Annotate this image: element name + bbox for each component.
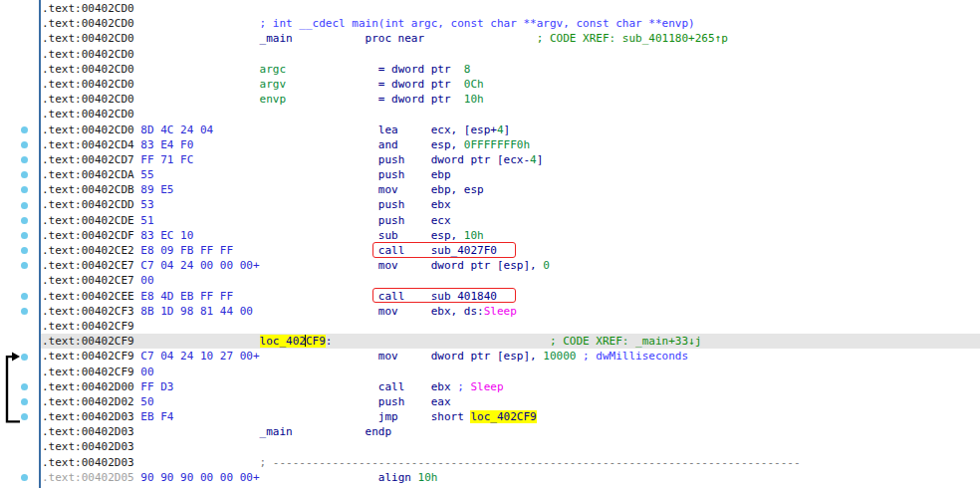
- jump-arrow: [0, 0, 41, 488]
- disassembly-listing[interactable]: .text:00402CD0.text:00402CD0 ; int __cde…: [41, 1, 980, 488]
- code-text: ; CODE XREF: sub_401180+265↑p: [424, 32, 728, 45]
- listing-line[interactable]: .text:00402D03: [41, 439, 980, 454]
- address-label: .text:00402CF9: [42, 366, 134, 378]
- code-text: and esp,: [193, 138, 464, 151]
- code-text: lea ecx, [esp+: [213, 123, 497, 136]
- highlighted-identifier: loc_402: [260, 335, 306, 348]
- listing-line[interactable]: .text:00402CF9: [41, 319, 980, 334]
- code-text: 50: [134, 395, 154, 408]
- code-text: ;: [457, 380, 470, 393]
- listing-line[interactable]: .text:00402CD0 _main proc near ; CODE XR…: [41, 31, 980, 46]
- code-text: 8B 1D 98 81 44 00: [134, 305, 253, 318]
- code-text: 10h: [464, 229, 484, 242]
- listing-line[interactable]: .text:00402CD0 argv = dword ptr 0Ch: [41, 77, 980, 92]
- listing-line[interactable]: .text:00402CE2 E8 09 FB FF FF call sub_4…: [41, 243, 980, 258]
- listing-line[interactable]: .text:00402CE7 00: [41, 273, 980, 288]
- code-text: sub esp,: [193, 229, 464, 242]
- listing-line[interactable]: .text:00402D03 EB F4 jmp short loc_402CF…: [41, 409, 980, 424]
- listing-line[interactable]: .text:00402CD0 ; int __cdecl main(int ar…: [41, 16, 980, 31]
- listing-line[interactable]: .text:00402CDD 53 push ebx: [41, 197, 980, 212]
- listing-line[interactable]: .text:00402CDF 83 EC 10 sub esp, 10h: [41, 228, 980, 243]
- address-label: .text:00402CD0: [42, 32, 134, 45]
- highlighted-identifier: loc_402CF9: [470, 410, 536, 423]
- code-text: = dword ptr: [286, 93, 464, 106]
- code-text: envp: [134, 93, 286, 106]
- code-text: 89 E5: [134, 183, 174, 196]
- jump-arrow-gutter: [0, 0, 41, 488]
- code-text: EB F4: [134, 410, 174, 423]
- code-text: push ecx: [154, 214, 451, 227]
- listing-line[interactable]: .text:00402CEE E8 4D EB FF FF call sub_4…: [41, 289, 980, 304]
- code-text: call sub_401840: [233, 290, 497, 303]
- code-text: Sleep: [484, 305, 517, 318]
- code-text: E8 09 FB FF FF: [134, 244, 233, 257]
- code-text: call ebx: [173, 380, 457, 393]
- listing-line[interactable]: .text:00402CD0 8D 4C 24 04 lea ecx, [esp…: [41, 122, 980, 137]
- address-label: .text:00402CF9: [42, 350, 134, 363]
- listing-line[interactable]: .text:00402CD4 83 E4 F0 and esp, 0FFFFFF…: [41, 137, 980, 152]
- address-label: .text:00402CDD: [42, 198, 134, 211]
- address-label: .text:00402CD0: [42, 17, 134, 30]
- address-label: .text:00402CDF: [42, 229, 134, 242]
- code-text: 90 90 90 00 00 00+: [134, 471, 260, 484]
- address-label: .text:00402CD4: [42, 138, 134, 151]
- listing-line[interactable]: .text:00402CD0 argc = dword ptr 8: [41, 62, 980, 77]
- code-text: jmp short: [173, 410, 470, 423]
- address-label: .text:00402CDA: [42, 168, 134, 181]
- code-text: mov ebp, esp: [173, 183, 483, 196]
- address-label: .text:00402D05: [42, 471, 134, 484]
- listing-line[interactable]: .text:00402CDB 89 E5 mov ebp, esp: [41, 182, 980, 197]
- listing-line[interactable]: .text:00402CD0: [41, 1, 980, 16]
- code-text: 0FFFFFFF0h: [464, 138, 530, 151]
- code-text: ; dwMilliseconds: [576, 350, 688, 363]
- listing-line[interactable]: .text:00402D03 _main endp: [41, 424, 980, 439]
- code-text: C7 04 24 00 00 00+: [134, 259, 260, 272]
- address-label: .text:00402D03: [42, 425, 134, 438]
- code-text: = dword ptr: [286, 78, 464, 91]
- code-text: 10h: [464, 93, 484, 106]
- code-text: C7 04 24 10 27 00+: [134, 350, 260, 363]
- address-label: .text:00402CD0: [42, 123, 134, 136]
- code-text: align: [260, 471, 418, 484]
- listing-line[interactable]: .text:00402CD0: [41, 47, 980, 62]
- code-text: mov dword ptr [esp],: [260, 350, 544, 363]
- listing-line[interactable]: .text:00402CD0 envp = dword ptr 10h: [41, 92, 980, 107]
- code-text: Sleep: [471, 380, 504, 393]
- address-label: .text:00402CD0: [42, 63, 134, 76]
- listing-line[interactable]: .text:00402D02 50 push eax: [41, 394, 980, 409]
- code-text: argc: [134, 63, 286, 76]
- code-text: call sub_4027F0: [233, 244, 497, 257]
- code-text: ; int __cdecl main(int argc, const char …: [134, 17, 695, 30]
- listing-line[interactable]: .text:00402CD7 FF 71 FC push dword ptr […: [41, 152, 980, 167]
- address-label: .text:00402D02: [42, 395, 134, 408]
- address-label: .text:00402CF9: [42, 320, 134, 333]
- address-label: .text:00402CE7: [42, 259, 134, 272]
- listing-line[interactable]: .text:00402CDE 51 push ecx: [41, 213, 980, 228]
- code-text: 0Ch: [464, 78, 484, 91]
- code-text: mov dword ptr [esp],: [260, 259, 544, 272]
- code-text: 10h: [418, 471, 438, 484]
- code-text: 00: [134, 274, 154, 287]
- listing-line[interactable]: .text:00402CF3 8B 1D 98 81 44 00 mov ebx…: [41, 304, 980, 319]
- listing-line[interactable]: .text:00402CF9 00: [41, 365, 980, 379]
- code-text: ]: [504, 123, 511, 136]
- code-text: 83 E4 F0: [134, 138, 194, 151]
- code-text: ]: [537, 153, 544, 166]
- listing-line[interactable]: .text:00402CE7 C7 04 24 00 00 00+ mov dw…: [41, 258, 980, 273]
- disassembly-view[interactable]: .text:00402CD0.text:00402CD0 ; int __cde…: [0, 0, 980, 488]
- address-label: .text:00402CD7: [42, 153, 134, 166]
- listing-line[interactable]: .text:00402CD0: [41, 107, 980, 122]
- code-text: 00: [134, 366, 154, 378]
- address-label: .text:00402CE2: [42, 244, 134, 257]
- listing-line-current[interactable]: .text:00402CF9 loc_402CF9: ; CODE XREF: …: [41, 334, 980, 349]
- address-label: .text:00402CEE: [42, 290, 134, 303]
- address-label: .text:00402CE7: [42, 274, 134, 287]
- listing-line[interactable]: .text:00402CF9 C7 04 24 10 27 00+ mov dw…: [41, 349, 980, 364]
- code-text: 53: [134, 198, 154, 211]
- listing-line[interactable]: .text:00402D05 90 90 90 00 00 00+ align …: [41, 470, 980, 485]
- listing-line[interactable]: .text:00402D00 FF D3 call ebx ; Sleep: [41, 379, 980, 394]
- highlighted-identifier: CF9: [306, 335, 326, 348]
- address-label: .text:00402CDE: [42, 214, 134, 227]
- listing-line[interactable]: .text:00402D03 ; -----------------------…: [41, 455, 980, 470]
- listing-line[interactable]: .text:00402CDA 55 push ebp: [41, 167, 980, 182]
